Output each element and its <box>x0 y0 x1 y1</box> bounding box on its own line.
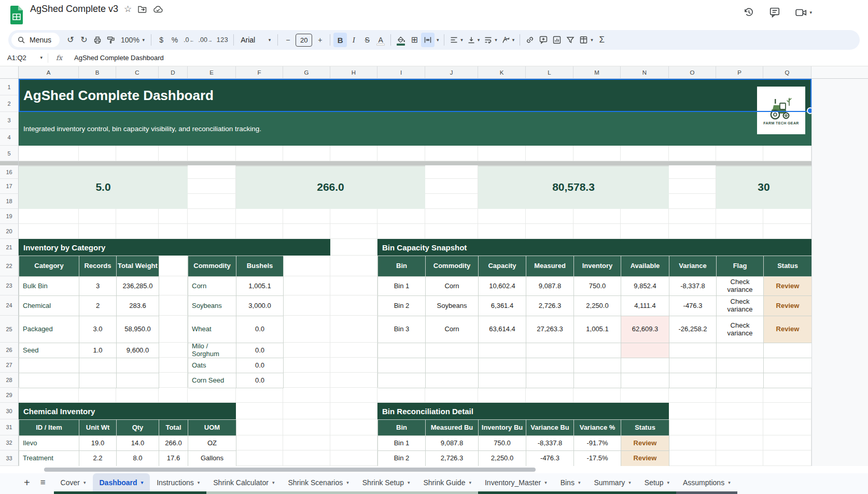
column-header-E[interactable]: E <box>188 66 236 79</box>
cell[interactable]: Bin 2 <box>378 296 426 316</box>
kpi-card-3[interactable]: 80,578.3 <box>478 165 669 209</box>
cell[interactable]: 27,263.3 <box>526 316 574 343</box>
sheet-tab-bins[interactable]: Bins▾ <box>554 473 587 494</box>
cell[interactable] <box>117 373 159 388</box>
cell[interactable]: 2 <box>79 296 117 316</box>
tab-dropdown-icon[interactable]: ▾ <box>578 480 581 485</box>
row-header-3[interactable]: 3 <box>0 112 19 129</box>
cell[interactable] <box>669 343 717 358</box>
cell[interactable] <box>426 358 479 373</box>
column-header-B[interactable]: B <box>79 66 116 79</box>
bin-capacity-snapshot-title[interactable]: Bin Capacity Snapshot <box>377 239 811 256</box>
row-header-4[interactable]: 4 <box>0 129 19 146</box>
cell[interactable]: 6,361.4 <box>479 296 526 316</box>
more-formats-button[interactable]: 123 <box>215 33 230 47</box>
cell[interactable]: Check variance <box>717 277 764 296</box>
borders-button[interactable]: ⊞ <box>408 33 421 47</box>
cell[interactable]: Ilevo <box>19 436 79 451</box>
sheet-tab-summary[interactable]: Summary▾ <box>587 473 637 494</box>
tab-dropdown-icon[interactable]: ▾ <box>141 480 144 485</box>
cell[interactable] <box>621 373 669 388</box>
cell[interactable] <box>526 373 574 388</box>
paint-format-button[interactable] <box>104 33 118 47</box>
cell[interactable]: 9,087.8 <box>426 436 479 451</box>
header-cell[interactable]: Flag <box>717 256 764 277</box>
header-cell[interactable]: Variance <box>669 256 717 277</box>
row-header-28[interactable]: 28 <box>0 373 19 388</box>
merge-dropdown-icon[interactable]: ▾ <box>435 33 441 47</box>
column-header-C[interactable]: C <box>116 66 159 79</box>
cell[interactable] <box>574 358 621 373</box>
cell[interactable]: 0.0 <box>236 343 284 358</box>
row-header-20[interactable]: 20 <box>0 224 19 239</box>
redo-button[interactable]: ↻ <box>77 33 91 47</box>
cell[interactable] <box>621 358 669 373</box>
cell[interactable] <box>378 358 426 373</box>
tab-dropdown-icon[interactable]: ▾ <box>469 480 471 485</box>
text-wrapping-button[interactable]: ▾ <box>482 33 499 47</box>
cell[interactable] <box>717 358 764 373</box>
cell[interactable]: Chemical <box>19 296 79 316</box>
cell[interactable] <box>378 343 426 358</box>
camera-dropdown-icon[interactable]: ▾ <box>809 10 812 15</box>
increase-font-size-button[interactable]: + <box>313 33 327 47</box>
sheet-tab-shrink-scenarios[interactable]: Shrink Scenarios▾ <box>281 473 355 494</box>
horizontal-scrollbar-thumb[interactable] <box>44 468 536 472</box>
dashboard-subtitle-band[interactable]: Integrated inventory control, bin capaci… <box>19 112 811 146</box>
row-header-18[interactable]: 18 <box>0 194 19 209</box>
decrease-decimals-button[interactable]: .0← <box>181 33 196 47</box>
cell[interactable]: 1,005.1 <box>574 316 621 343</box>
cell[interactable] <box>764 373 811 388</box>
header-cell[interactable]: Inventory Bu <box>479 420 526 436</box>
inventory-by-category-title[interactable]: Inventory by Category <box>19 239 330 256</box>
header-cell[interactable]: Unit Wt <box>79 420 117 436</box>
sheet-tab-instructions[interactable]: Instructions▾ <box>150 473 206 494</box>
add-sheet-button[interactable]: + <box>24 477 30 488</box>
zoom-select[interactable]: 100% ▾ <box>118 33 148 47</box>
row-header-5[interactable]: 5 <box>0 146 19 161</box>
header-cell[interactable]: Capacity <box>479 256 526 277</box>
cell[interactable]: Oats <box>188 358 236 373</box>
row-header-32[interactable]: 32 <box>0 435 19 450</box>
cell[interactable]: 63,614.4 <box>479 316 526 343</box>
cell[interactable]: 2,726.3 <box>426 451 479 466</box>
cell[interactable]: -8,337.8 <box>526 436 574 451</box>
header-cell[interactable]: Measured Bu <box>426 420 479 436</box>
horizontal-align-button[interactable]: ▾ <box>447 33 465 47</box>
farm-tech-gear-logo[interactable]: FARM TECH GEAR <box>757 87 805 134</box>
fill-color-button[interactable] <box>394 33 408 47</box>
row-header-16[interactable]: 16 <box>0 165 19 179</box>
cell[interactable]: Seed <box>19 343 79 358</box>
cell[interactable] <box>79 373 117 388</box>
cell[interactable] <box>717 373 764 388</box>
table-views-button[interactable]: ▾ <box>577 33 595 47</box>
column-header-N[interactable]: N <box>621 66 669 79</box>
sheet-tab-setup[interactable]: Setup▾ <box>638 473 676 494</box>
cell[interactable]: Review <box>621 451 669 466</box>
row-header-22[interactable]: 22 <box>0 256 19 276</box>
meet-camera-icon[interactable]: ▾ <box>795 7 812 18</box>
cell[interactable]: 9,852.4 <box>621 277 669 296</box>
header-cell[interactable]: Total <box>159 420 188 436</box>
cell[interactable]: Review <box>764 296 811 316</box>
cell[interactable]: Check variance <box>717 296 764 316</box>
row-header-2[interactable]: 2 <box>0 95 19 112</box>
cell[interactable]: Corn <box>426 316 479 343</box>
row-header-25[interactable]: 25 <box>0 316 19 343</box>
row-header-26[interactable]: 26 <box>0 343 19 358</box>
cell[interactable]: 0.0 <box>236 373 284 388</box>
kpi-card-1[interactable]: 5.0 <box>19 165 188 209</box>
cell[interactable]: 0.0 <box>236 316 284 343</box>
cell[interactable] <box>621 343 669 358</box>
column-header-L[interactable]: L <box>526 66 573 79</box>
font-size-input[interactable]: 20 <box>296 34 312 47</box>
kpi-card-4[interactable]: 30 <box>716 165 811 209</box>
cell[interactable]: 2,250.0 <box>479 451 526 466</box>
horizontal-scrollbar[interactable] <box>0 466 868 473</box>
cell[interactable] <box>426 373 479 388</box>
kpi-card-2[interactable]: 266.0 <box>236 165 425 209</box>
cell[interactable]: Bin 1 <box>378 436 426 451</box>
insert-chart-button[interactable] <box>550 33 564 47</box>
cell[interactable]: 266.0 <box>159 436 188 451</box>
menus-search-button[interactable]: Menus <box>11 33 60 47</box>
